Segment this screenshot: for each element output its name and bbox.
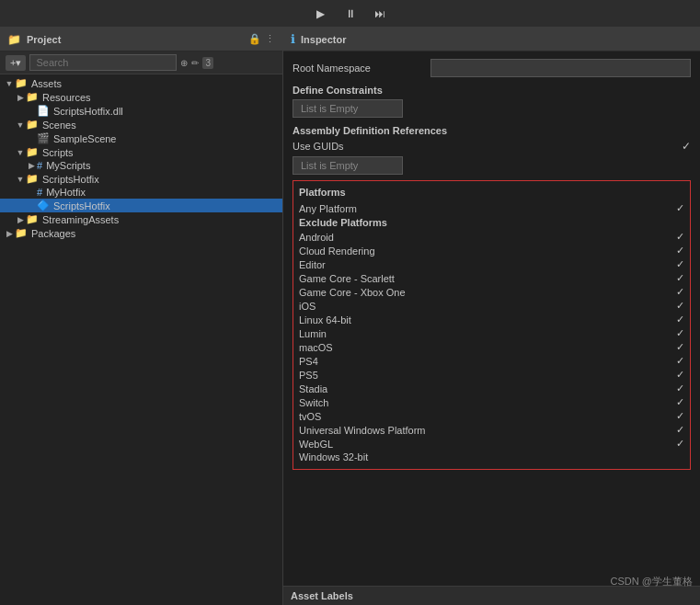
- define-constraints-label: Define Constraints: [293, 85, 691, 96]
- platform-row-lumin: Lumin✓: [299, 326, 684, 340]
- platform-row-tvos: tvOS✓: [299, 409, 684, 423]
- tree-item-myscripts[interactable]: ▶ # MyScripts: [0, 159, 282, 172]
- platform-name: WebGL: [299, 439, 666, 450]
- assembly-refs-empty: List is Empty: [293, 156, 403, 175]
- tree-item-samplescene[interactable]: 🎬 SampleScene: [0, 131, 282, 145]
- platform-check[interactable]: ✓: [666, 300, 684, 312]
- platform-name: Linux 64-bit: [299, 314, 666, 325]
- platform-row-ps4: PS4✓: [299, 354, 684, 368]
- platform-check[interactable]: ✓: [666, 341, 684, 353]
- tree-item-assets[interactable]: ▼ 📁 Assets: [0, 76, 282, 90]
- tree-item-scriptshotfix-file[interactable]: 🔷 ScriptsHotfix: [0, 199, 282, 212]
- any-platform-check[interactable]: ✓: [666, 202, 684, 214]
- tree-item-scripts[interactable]: ▼ 📁 Scripts: [0, 145, 282, 159]
- panel-header-icons: 🔒 ⋮: [248, 33, 275, 45]
- arrow-scripts: ▼: [15, 148, 26, 157]
- platform-check[interactable]: ✓: [666, 355, 684, 367]
- lock-icon[interactable]: 🔒: [248, 33, 261, 45]
- inspector-header: ℹ Inspector: [283, 28, 700, 51]
- platform-row-universal-windows-platform: Universal Windows Platform✓: [299, 423, 684, 437]
- platform-name: Windows 32-bit: [299, 451, 666, 462]
- platform-row-stadia: Stadia✓: [299, 382, 684, 395]
- platform-name: Editor: [299, 259, 666, 270]
- platform-check[interactable]: ✓: [666, 369, 684, 381]
- define-constraints-row: List is Empty: [293, 99, 691, 118]
- use-guids-check[interactable]: ✓: [682, 140, 691, 153]
- filter-icon-3[interactable]: 3: [202, 57, 213, 69]
- tree-item-resources[interactable]: ▶ 📁 Resources: [0, 90, 282, 104]
- filter-icon-1[interactable]: ⊕: [180, 58, 188, 68]
- root-namespace-input[interactable]: [430, 59, 691, 77]
- platform-row-switch: Switch✓: [299, 395, 684, 409]
- tree-item-scenes[interactable]: ▼ 📁 Scenes: [0, 118, 282, 131]
- any-platform-row: Any Platform ✓: [299, 201, 684, 215]
- platform-check[interactable]: ✓: [666, 272, 684, 284]
- tree-item-myhotfix[interactable]: # MyHotfix: [0, 186, 282, 199]
- exclude-platforms-label: Exclude Platforms: [299, 217, 684, 228]
- inspector-icon: ℹ: [291, 32, 295, 46]
- tree-label-scriptshotfix-file: ScriptsHotfix: [53, 200, 110, 211]
- platform-check[interactable]: ✓: [666, 410, 684, 422]
- platform-check[interactable]: ✓: [666, 327, 684, 339]
- platform-check[interactable]: ✓: [666, 396, 684, 408]
- arrow-resources: ▶: [15, 93, 26, 102]
- platform-row-ps5: PS5✓: [299, 368, 684, 382]
- platform-check[interactable]: ✓: [666, 231, 684, 243]
- tree-item-dll[interactable]: 📄 ScriptsHotfix.dll: [0, 104, 282, 118]
- assembly-refs-row: List is Empty: [293, 156, 691, 175]
- file-tree: ▼ 📁 Assets ▶ 📁 Resources 📄 ScriptsHotfix…: [0, 74, 282, 605]
- dll-icon: 📄: [37, 105, 50, 117]
- tree-label-streamingassets: StreamingAssets: [42, 214, 119, 225]
- use-guids-row: Use GUIDs ✓: [293, 140, 691, 153]
- platform-name: iOS: [299, 301, 666, 312]
- platform-row-editor: Editor✓: [299, 257, 684, 271]
- search-bar: +▾ ⊕ ✏ 3: [0, 51, 282, 74]
- platform-name: Stadia: [299, 383, 666, 394]
- assembly-def-refs-label: Assembly Definition References: [293, 125, 691, 136]
- platform-check[interactable]: ✓: [666, 314, 684, 325]
- platform-check[interactable]: ✓: [666, 258, 684, 270]
- platform-check[interactable]: ✓: [666, 438, 684, 450]
- platform-name: PS5: [299, 370, 666, 381]
- platform-name: tvOS: [299, 411, 666, 422]
- platforms-header: Platforms: [299, 187, 684, 198]
- inspector-body: Root Namespace Define Constraints List i…: [283, 51, 700, 586]
- step-button[interactable]: ⏭: [371, 5, 389, 23]
- platform-row-webgl: WebGL✓: [299, 437, 684, 451]
- arrow-scenes: ▼: [15, 120, 26, 130]
- search-input[interactable]: [29, 54, 177, 71]
- search-bar-left: +▾: [6, 54, 177, 71]
- script-icon-scriptshotfix: 🔷: [37, 200, 50, 211]
- tree-label-myscripts: MyScripts: [46, 160, 90, 171]
- play-button[interactable]: ▶: [312, 5, 330, 23]
- folder-icon-scripts: 📁: [26, 146, 39, 158]
- project-panel-title: Project: [27, 34, 61, 45]
- platform-name: Switch: [299, 397, 666, 408]
- root-namespace-row: Root Namespace: [293, 59, 691, 77]
- tree-label-scripts: Scripts: [42, 147, 74, 158]
- inspector-title: Inspector: [301, 34, 347, 45]
- pause-button[interactable]: ⏸: [341, 5, 360, 23]
- tree-item-scriptshotfix-folder[interactable]: ▼ 📁 ScriptsHotfix: [0, 172, 282, 186]
- arrow-scriptshotfix: ▼: [15, 175, 26, 184]
- platform-check[interactable]: ✓: [666, 424, 684, 436]
- tree-label-scenes: Scenes: [42, 120, 76, 131]
- arrow-packages: ▶: [4, 229, 15, 238]
- menu-icon[interactable]: ⋮: [265, 33, 275, 45]
- platform-name: Cloud Rendering: [299, 245, 666, 257]
- any-platform-label: Any Platform: [299, 203, 666, 214]
- tree-item-packages[interactable]: ▶ 📁 Packages: [0, 226, 282, 240]
- scene-icon: 🎬: [37, 132, 50, 144]
- search-filter-icons: ⊕ ✏ 3: [180, 57, 213, 69]
- tree-item-streamingassets[interactable]: ▶ 📁 StreamingAssets: [0, 212, 282, 226]
- platform-check[interactable]: ✓: [666, 245, 684, 257]
- platform-check[interactable]: ✓: [666, 382, 684, 394]
- add-button[interactable]: +▾: [6, 55, 26, 71]
- filter-icon-2[interactable]: ✏: [191, 58, 199, 68]
- platform-name: Game Core - Xbox One: [299, 287, 666, 298]
- script-icon-myhotfix: #: [37, 187, 42, 198]
- platform-check[interactable]: ✓: [666, 286, 684, 298]
- tree-label-dll: ScriptsHotfix.dll: [53, 106, 123, 117]
- project-panel: 📁 Project 🔒 ⋮ +▾ ⊕ ✏ 3 ▼: [0, 28, 283, 605]
- tree-label-myhotfix: MyHotfix: [46, 187, 86, 198]
